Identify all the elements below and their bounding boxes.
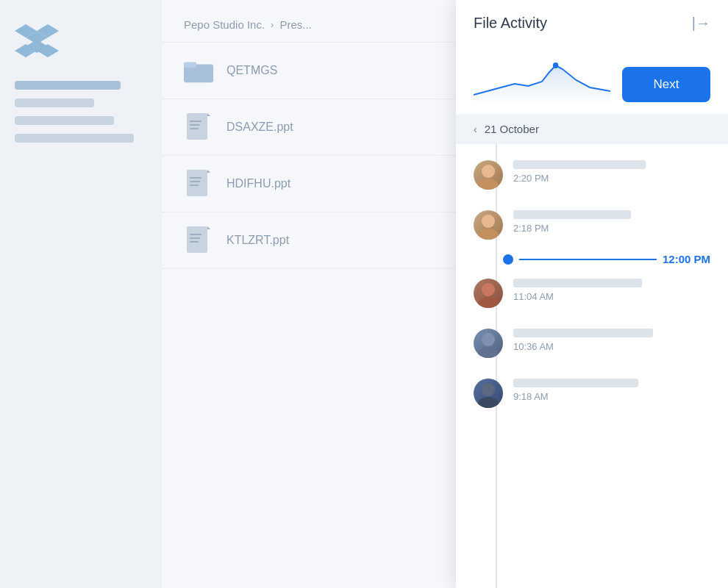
avatar xyxy=(474,379,503,408)
svg-rect-20 xyxy=(190,234,201,235)
file-name: DSAXZE.ppt xyxy=(226,121,293,134)
panel-title: File Activity xyxy=(474,15,547,32)
time-marker-dot xyxy=(503,254,513,265)
date-nav-label: 21 October xyxy=(485,123,539,135)
file-name: QETMGS xyxy=(226,64,277,77)
timeline-item: 10:36 AM xyxy=(456,318,728,368)
svg-point-27 xyxy=(482,215,495,228)
sidebar-item-active[interactable] xyxy=(15,81,121,90)
panel-header: File Activity |→ xyxy=(456,0,728,43)
activity-description xyxy=(513,160,646,169)
svg-point-34 xyxy=(478,397,499,408)
next-button[interactable]: Next xyxy=(622,67,710,102)
activity-time: 2:18 PM xyxy=(513,223,710,234)
ppt-icon xyxy=(184,112,213,142)
svg-rect-7 xyxy=(184,62,196,68)
activity-description xyxy=(513,379,638,387)
activity-content: 2:20 PM xyxy=(513,160,710,184)
activity-time: 9:18 AM xyxy=(513,391,710,402)
sidebar-item-1[interactable] xyxy=(15,98,94,107)
svg-rect-10 xyxy=(190,121,201,122)
svg-rect-16 xyxy=(190,181,200,182)
chart-area: Next xyxy=(456,43,728,114)
activity-description xyxy=(513,329,653,337)
svg-point-25 xyxy=(478,179,499,190)
svg-marker-14 xyxy=(207,170,210,173)
avatar xyxy=(474,279,503,308)
activity-content: 11:04 AM xyxy=(513,279,710,302)
svg-point-30 xyxy=(478,297,499,308)
svg-rect-15 xyxy=(190,177,201,179)
activity-description xyxy=(513,210,631,219)
activity-time: 10:36 AM xyxy=(513,341,710,352)
svg-rect-8 xyxy=(187,113,207,140)
svg-marker-9 xyxy=(207,113,210,116)
breadcrumb-chevron-icon: › xyxy=(271,19,274,30)
svg-point-31 xyxy=(482,333,495,346)
activity-chart xyxy=(474,43,610,102)
activity-content: 10:36 AM xyxy=(513,329,710,352)
svg-rect-21 xyxy=(190,237,200,239)
activity-time: 11:04 AM xyxy=(513,291,710,302)
activity-time: 2:20 PM xyxy=(513,173,710,184)
folder-icon xyxy=(184,56,213,85)
time-marker: 12:00 PM xyxy=(456,253,728,265)
dropbox-logo xyxy=(15,22,59,59)
avatar xyxy=(474,160,503,190)
svg-rect-18 xyxy=(187,226,207,253)
timeline-item: 11:04 AM xyxy=(456,268,728,318)
svg-point-23 xyxy=(553,62,558,68)
svg-point-33 xyxy=(482,383,495,396)
svg-point-32 xyxy=(478,347,499,358)
sidebar-item-3[interactable] xyxy=(15,134,134,143)
ppt-icon xyxy=(184,169,213,198)
svg-point-29 xyxy=(482,283,495,296)
svg-point-26 xyxy=(482,165,495,178)
sidebar-nav xyxy=(15,81,147,143)
date-nav: ‹ 21 October xyxy=(456,114,728,144)
svg-rect-13 xyxy=(187,170,207,196)
date-nav-chevron-icon[interactable]: ‹ xyxy=(474,123,477,135)
file-name: KTLZRT.ppt xyxy=(226,234,289,247)
activity-description xyxy=(513,279,642,287)
time-marker-label: 12:00 PM xyxy=(663,253,710,265)
export-icon[interactable]: |→ xyxy=(692,15,710,32)
svg-marker-19 xyxy=(207,226,210,229)
avatar xyxy=(474,210,503,240)
activity-content: 9:18 AM xyxy=(513,379,710,402)
breadcrumb-current: Pres... xyxy=(279,18,311,31)
timeline-item: 2:18 PM xyxy=(456,200,728,250)
time-marker-line xyxy=(519,259,657,260)
svg-rect-17 xyxy=(190,184,199,186)
timeline-item: 9:18 AM xyxy=(456,368,728,418)
sidebar xyxy=(0,0,162,588)
activity-content: 2:18 PM xyxy=(513,210,710,234)
svg-rect-22 xyxy=(190,241,199,243)
avatar xyxy=(474,329,503,358)
timeline-item: 2:20 PM xyxy=(456,150,728,200)
activity-timeline: 2:20 PM 2:18 PM 12:00 PM xyxy=(456,144,728,588)
sidebar-item-2[interactable] xyxy=(15,116,114,125)
file-name: HDIFHU.ppt xyxy=(226,177,290,190)
svg-point-28 xyxy=(478,229,499,240)
breadcrumb-company: Pepo Studio Inc. xyxy=(184,18,265,31)
svg-rect-11 xyxy=(190,124,200,126)
file-activity-panel: File Activity |→ Next xyxy=(456,0,728,588)
ppt-icon xyxy=(184,226,213,255)
svg-rect-12 xyxy=(190,128,199,129)
